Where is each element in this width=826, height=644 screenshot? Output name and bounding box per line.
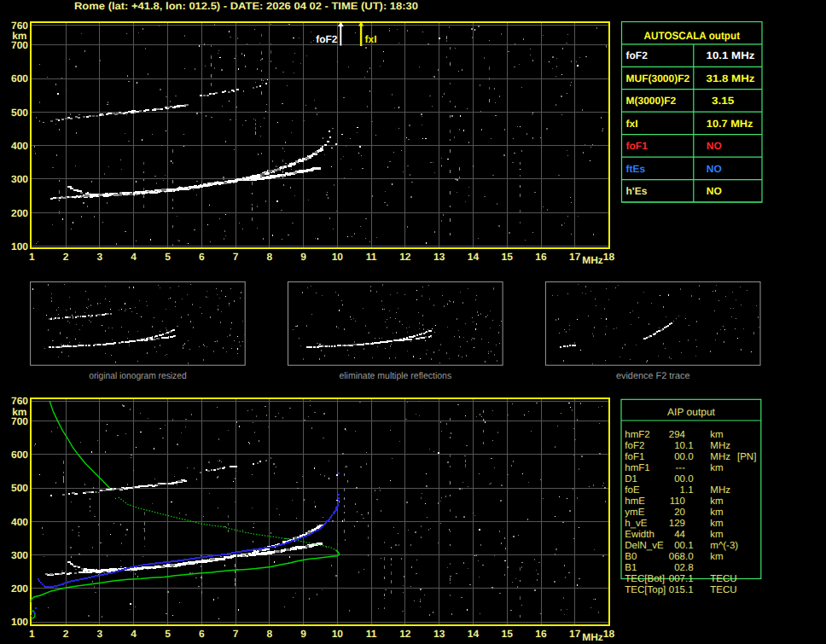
svg-text:100: 100 bbox=[11, 616, 28, 628]
svg-text:6: 6 bbox=[199, 628, 205, 640]
svg-text:Ewidth: Ewidth bbox=[625, 530, 654, 540]
svg-text:eliminate multiple reflections: eliminate multiple reflections bbox=[339, 371, 451, 381]
svg-text:10: 10 bbox=[674, 441, 685, 451]
svg-text:2: 2 bbox=[63, 251, 69, 263]
svg-text:MHz: MHz bbox=[582, 631, 603, 643]
svg-text:8: 8 bbox=[266, 251, 272, 263]
svg-text:evidence F2 trace: evidence F2 trace bbox=[616, 371, 690, 381]
svg-text:km: km bbox=[12, 406, 26, 418]
svg-text:B1: B1 bbox=[625, 563, 637, 573]
svg-text:200: 200 bbox=[11, 583, 28, 595]
svg-text:hmF1: hmF1 bbox=[625, 463, 649, 473]
svg-text:km: km bbox=[710, 496, 723, 507]
svg-text:5: 5 bbox=[165, 251, 171, 263]
svg-text:500: 500 bbox=[11, 107, 28, 119]
svg-text:TEC[Bot]: TEC[Bot] bbox=[625, 574, 665, 584]
svg-text:7: 7 bbox=[233, 251, 239, 263]
svg-text:15: 15 bbox=[502, 628, 514, 640]
svg-text:foF2: foF2 bbox=[626, 49, 649, 61]
svg-text:300: 300 bbox=[11, 549, 28, 561]
svg-text:km: km bbox=[710, 552, 723, 562]
svg-text:18: 18 bbox=[603, 251, 615, 263]
svg-text:3: 3 bbox=[97, 628, 103, 640]
svg-text:7: 7 bbox=[233, 628, 239, 640]
svg-text:hmE: hmE bbox=[625, 496, 645, 507]
svg-text:17: 17 bbox=[569, 628, 581, 640]
svg-text:14: 14 bbox=[468, 251, 480, 263]
svg-text:h'Es: h'Es bbox=[626, 185, 648, 197]
svg-text:.0: .0 bbox=[685, 552, 694, 562]
svg-text:foF1: foF1 bbox=[625, 452, 644, 462]
svg-text:.1: .1 bbox=[685, 585, 694, 595]
svg-text:.1: .1 bbox=[685, 541, 694, 551]
svg-text:3: 3 bbox=[97, 251, 103, 263]
svg-text:TEC[Top]: TEC[Top] bbox=[625, 585, 666, 595]
svg-text:km: km bbox=[710, 508, 723, 518]
svg-text:8: 8 bbox=[266, 628, 272, 640]
svg-text:015: 015 bbox=[669, 585, 685, 595]
svg-text:MUF(3000)F2: MUF(3000)F2 bbox=[626, 73, 690, 84]
svg-text:17: 17 bbox=[569, 251, 581, 263]
svg-text:129: 129 bbox=[669, 519, 685, 529]
svg-text:100: 100 bbox=[11, 241, 28, 252]
svg-text:16: 16 bbox=[535, 628, 547, 640]
svg-text:h_vE: h_vE bbox=[625, 519, 648, 529]
svg-text:.0: .0 bbox=[685, 474, 694, 484]
svg-text:AIP output: AIP output bbox=[667, 406, 715, 418]
svg-text:31.8 MHz: 31.8 MHz bbox=[707, 73, 755, 84]
svg-text:B0: B0 bbox=[625, 552, 637, 562]
svg-text:10.1 MHz: 10.1 MHz bbox=[707, 49, 755, 61]
svg-text:4: 4 bbox=[131, 251, 137, 263]
svg-text:.0: .0 bbox=[685, 452, 694, 462]
svg-text:9: 9 bbox=[300, 628, 306, 640]
svg-text:15: 15 bbox=[502, 251, 514, 263]
svg-text:12: 12 bbox=[399, 628, 411, 640]
svg-text:---: --- bbox=[676, 463, 686, 473]
svg-text:500: 500 bbox=[11, 482, 28, 494]
svg-text:.1: .1 bbox=[685, 441, 694, 451]
svg-text:200: 200 bbox=[11, 207, 28, 219]
svg-text:16: 16 bbox=[535, 251, 547, 263]
svg-text:5: 5 bbox=[165, 628, 171, 640]
svg-text:10.7 MHz: 10.7 MHz bbox=[707, 118, 753, 130]
svg-text:20: 20 bbox=[674, 508, 685, 518]
svg-text:AUTOSCALA output: AUTOSCALA output bbox=[644, 30, 741, 42]
svg-text:12: 12 bbox=[399, 251, 411, 263]
svg-text:km: km bbox=[710, 430, 723, 440]
svg-text:NO: NO bbox=[707, 185, 722, 197]
svg-text:M(3000)F2: M(3000)F2 bbox=[626, 95, 677, 107]
svg-text:NO: NO bbox=[707, 140, 722, 152]
svg-text:10: 10 bbox=[332, 628, 344, 640]
svg-text:02: 02 bbox=[674, 563, 685, 573]
svg-text:10: 10 bbox=[332, 251, 344, 263]
svg-text:1: 1 bbox=[29, 251, 35, 263]
svg-text:.1: .1 bbox=[685, 485, 694, 496]
svg-text:.8: .8 bbox=[685, 563, 694, 573]
svg-text:hmF2: hmF2 bbox=[625, 430, 649, 440]
svg-text:294: 294 bbox=[669, 430, 686, 440]
svg-text:original ionogram resized: original ionogram resized bbox=[89, 371, 186, 381]
svg-text:NO: NO bbox=[707, 163, 722, 175]
svg-text:ftEs: ftEs bbox=[626, 163, 646, 175]
svg-text:MHz: MHz bbox=[710, 485, 730, 496]
svg-text:11: 11 bbox=[366, 251, 377, 263]
svg-text:4: 4 bbox=[131, 628, 137, 640]
svg-text:3.15: 3.15 bbox=[712, 95, 735, 107]
svg-text:400: 400 bbox=[11, 140, 28, 152]
svg-text:D1: D1 bbox=[625, 474, 637, 484]
svg-text:600: 600 bbox=[11, 449, 28, 461]
svg-text:TECU: TECU bbox=[710, 585, 736, 595]
svg-text:00: 00 bbox=[674, 474, 685, 484]
svg-text:km: km bbox=[710, 519, 723, 529]
svg-text:km: km bbox=[710, 463, 723, 473]
svg-text:foF2: foF2 bbox=[316, 33, 338, 45]
svg-text:DelN_vE: DelN_vE bbox=[625, 541, 664, 551]
svg-text:MHz: MHz bbox=[710, 441, 730, 451]
svg-text:14: 14 bbox=[468, 628, 480, 640]
svg-text:TECU: TECU bbox=[710, 574, 736, 584]
svg-text:km: km bbox=[710, 530, 723, 540]
svg-text:9: 9 bbox=[300, 251, 306, 263]
svg-text:6: 6 bbox=[199, 251, 205, 263]
svg-text:00: 00 bbox=[674, 541, 685, 551]
svg-text:Rome (lat: +41.8, lon: 012.5): Rome (lat: +41.8, lon: 012.5) - DATE: 20… bbox=[74, 0, 418, 12]
